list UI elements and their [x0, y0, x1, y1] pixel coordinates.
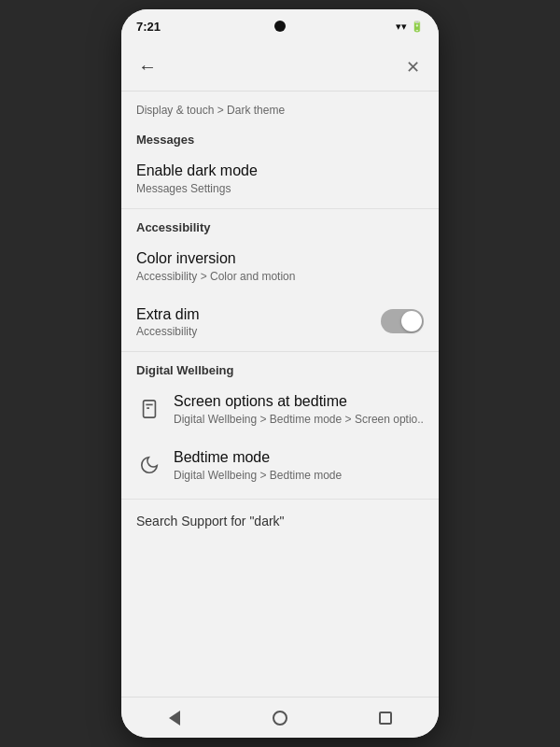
clear-button[interactable]: ✕	[398, 52, 427, 82]
toggle-switch[interactable]	[381, 309, 424, 333]
item-title-enable-dark-mode: Enable dark mode	[136, 162, 258, 181]
item-subtitle-extra-dim: Accessibility	[136, 325, 200, 338]
item-title-bedtime-mode: Bedtime mode	[174, 448, 342, 468]
search-support-row[interactable]: Search Support for "dark"	[121, 499, 439, 543]
search-support-label: Search Support for "dark"	[136, 514, 285, 529]
item-subtitle-screen-options-bedtime: Digital Wellbeing > Bedtime mode > Scree…	[174, 413, 424, 426]
breadcrumb: Display & touch > Dark theme	[136, 104, 285, 117]
list-item-screen-options-bedtime[interactable]: Screen options at bedtime Digital Wellbe…	[121, 381, 439, 437]
divider-2	[121, 351, 439, 352]
status-time: 7:21	[136, 20, 161, 34]
section-header-digital-wellbeing: Digital Wellbeing	[121, 354, 439, 381]
item-subtitle-color-inversion: Accessibility > Color and motion	[136, 270, 295, 283]
nav-back-button[interactable]	[156, 704, 193, 732]
bottom-nav	[121, 697, 439, 738]
item-subtitle-bedtime-mode: Digital Wellbeing > Bedtime mode	[174, 469, 342, 482]
list-item-extra-dim[interactable]: Extra dim Accessibility	[121, 294, 439, 350]
camera-dot	[274, 21, 286, 32]
item-subtitle-enable-dark-mode: Messages Settings	[136, 182, 258, 195]
content-area: Display & touch > Dark theme Messages En…	[121, 92, 439, 697]
search-input-area[interactable]: dark	[162, 59, 398, 76]
list-item-color-inversion[interactable]: Color inversion Accessibility > Color an…	[121, 238, 439, 294]
section-header-accessibility: Accessibility	[121, 211, 439, 238]
item-title-extra-dim: Extra dim	[136, 305, 200, 325]
moon-icon	[136, 452, 162, 478]
status-bar: 7:21 ▾▾ 🔋	[121, 9, 439, 43]
wifi-icon: ▾▾	[396, 21, 407, 33]
home-circle-icon	[273, 711, 287, 726]
divider-1	[121, 208, 439, 209]
toggle-knob	[401, 311, 422, 331]
back-triangle-icon	[169, 711, 180, 726]
breadcrumb-row: Display & touch > Dark theme	[121, 92, 439, 123]
section-header-messages: Messages	[121, 123, 439, 150]
list-item-enable-dark-mode[interactable]: Enable dark mode Messages Settings	[121, 150, 439, 206]
back-button[interactable]	[133, 52, 162, 82]
recents-square-icon	[379, 712, 392, 725]
battery-icon: 🔋	[411, 21, 424, 33]
extra-dim-toggle[interactable]	[381, 309, 424, 333]
item-title-screen-options-bedtime: Screen options at bedtime	[174, 392, 424, 412]
phone-sleep-icon	[136, 396, 162, 422]
list-item-bedtime-mode[interactable]: Bedtime mode Digital Wellbeing > Bedtime…	[121, 437, 439, 493]
search-bar: dark ✕	[121, 43, 439, 92]
nav-recents-button[interactable]	[367, 704, 404, 732]
nav-home-button[interactable]	[261, 704, 299, 732]
status-icons: ▾▾ 🔋	[396, 21, 424, 33]
item-title-color-inversion: Color inversion	[136, 249, 295, 269]
svg-rect-0	[144, 401, 156, 417]
search-input[interactable]: dark	[170, 59, 390, 76]
